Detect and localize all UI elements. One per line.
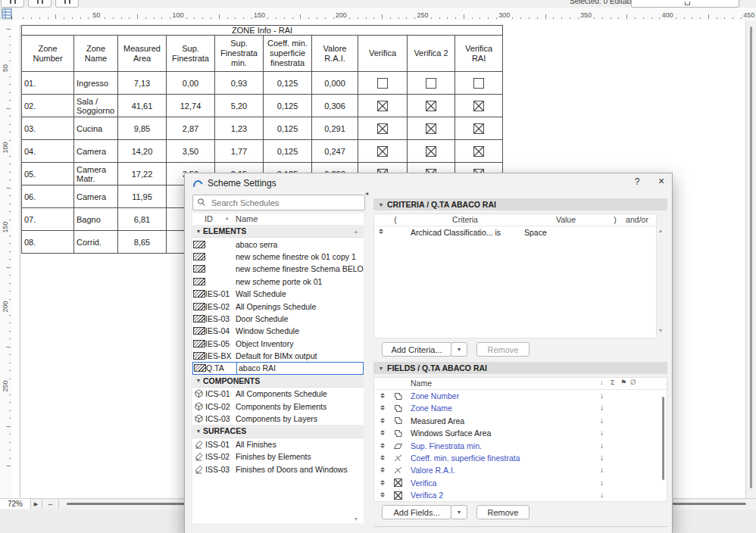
drag-handle-icon[interactable] [380, 492, 385, 497]
field-sort-icon[interactable]: ↓ [600, 429, 604, 437]
ruler-tick [9, 338, 11, 339]
close-icon[interactable]: × [654, 175, 668, 189]
field-sort-icon[interactable]: ↓ [600, 466, 604, 474]
add-fields-dropdown[interactable]: ▾ [451, 505, 467, 519]
add-criteria-dropdown[interactable]: ▾ [451, 342, 467, 357]
add-criteria-button[interactable]: Add Criteria... [382, 342, 451, 357]
schedule-list-item[interactable]: IES-04Window Schedule [192, 325, 364, 337]
toolbar-button-3[interactable] [55, 0, 79, 8]
schedule-list-item[interactable]: Q.TAabaco RAI [192, 362, 364, 374]
zone-field-icon [392, 391, 404, 401]
table-column-header: Zone Number [22, 36, 74, 72]
fields-panel-header[interactable]: ▾ FIELDS / Q.TA ABACO RAI [373, 362, 667, 374]
ruler-tick [9, 179, 11, 180]
ruler-tick [55, 14, 56, 19]
field-row[interactable]: Windows Surface Area↓ [374, 427, 667, 439]
schedule-list-item[interactable]: IES-03Door Schedule [192, 313, 364, 325]
fields-panel-title: FIELDS / Q.TA ABACO RAI [387, 363, 487, 372]
fit-width-button[interactable]: ↔ [42, 499, 59, 509]
field-sort-icon[interactable]: ↓ [600, 404, 604, 412]
pan-right-button[interactable]: ▶ [31, 499, 41, 509]
sort-column-icon[interactable]: ↓ [600, 379, 604, 386]
field-row[interactable]: Verifica↓ [374, 477, 667, 489]
group-header[interactable]: ▾COMPONENTS [192, 375, 364, 388]
remove-fields-button[interactable]: Remove [476, 505, 530, 519]
field-row[interactable]: Verifica 2↓ [374, 489, 667, 501]
schedule-list-item[interactable]: IES-01Wall Schedule [192, 288, 364, 300]
schedule-list-item[interactable]: new scheme finestre Schema BELOTTI [192, 263, 364, 275]
zoom-level[interactable]: 72% [0, 499, 31, 509]
fields-scrollbar-thumb[interactable] [662, 397, 664, 480]
schedule-id: ICS-02 [205, 402, 236, 411]
checkbox-checked-icon [377, 123, 388, 134]
schedule-list-item[interactable]: abaco serra [192, 238, 364, 250]
vertical-scrollbar[interactable] [745, 20, 756, 498]
top-dropdown[interactable] [631, 0, 739, 8]
field-sort-icon[interactable]: ↓ [600, 454, 604, 462]
drag-handle-icon[interactable] [380, 480, 385, 485]
schedule-list-item[interactable]: new scheme porte ok 01 [192, 276, 364, 288]
drag-handle-icon[interactable] [379, 229, 383, 234]
drag-handle-icon[interactable] [380, 467, 385, 472]
scheme-settings-dialog: Scheme Settings ? × ◂ ID ▴ Name ▾ELEMENT… [184, 173, 673, 533]
field-sort-icon[interactable]: ↓ [600, 441, 604, 450]
flag-column-icon[interactable]: ⚑ [620, 379, 626, 386]
criteria-panel-header[interactable]: ▾ CRITERIA / Q.TA ABACO RAI [373, 198, 667, 210]
schedule-list-item[interactable]: IES-05Object Inventory [192, 338, 364, 350]
schedule-list-item[interactable]: ISS-02Finishes by Elements [192, 450, 364, 463]
drag-handle-icon[interactable] [380, 418, 385, 423]
table-cell [408, 140, 455, 163]
ruler-tick [154, 17, 155, 19]
schedule-list-item[interactable]: ISS-01All Finishes [192, 438, 364, 450]
schedule-list-item[interactable]: IES-BXDefault for BIMx output [192, 350, 364, 362]
criteria-row[interactable]: Archicad Classificatio... isSpace [374, 226, 656, 238]
remove-criteria-button[interactable]: Remove [476, 342, 530, 357]
list-scroll-up-icon[interactable]: ▴ [355, 228, 358, 235]
drag-handle-icon[interactable] [380, 430, 385, 435]
group-header[interactable]: ▾SURFACES [192, 425, 364, 438]
col-andor: and/or [626, 215, 648, 224]
schedule-list-item[interactable]: new scheme finestre ok 01 copy 1 [192, 251, 364, 263]
toolbar-button-2[interactable] [28, 0, 52, 8]
drag-handle-icon[interactable] [380, 455, 385, 460]
field-sort-icon[interactable]: ↓ [600, 416, 604, 425]
ruler-tick [137, 14, 138, 19]
criteria-scroll-down-icon[interactable]: ▾ [659, 327, 662, 334]
table-cell: 03. [22, 117, 74, 140]
drag-handle-icon[interactable] [380, 393, 385, 398]
drag-handle-icon[interactable] [380, 443, 385, 448]
field-sort-icon[interactable]: ↓ [600, 478, 604, 487]
toolbar-button-1[interactable] [1, 0, 24, 8]
schedule-id: IES-04 [205, 326, 236, 335]
hide-column-icon[interactable]: ∅ [630, 379, 636, 386]
criteria-value[interactable]: Space [524, 228, 547, 237]
drag-handle-icon[interactable] [380, 405, 385, 410]
list-scroll-down-icon[interactable]: ▾ [355, 516, 358, 522]
schedule-list-item[interactable]: ICS-02Components by Elements [192, 400, 364, 412]
list-header-name[interactable]: Name [236, 214, 258, 223]
vertical-scrollbar-thumb[interactable] [750, 26, 752, 488]
field-row[interactable]: Coeff. min. superficie finestrata↓ [374, 452, 667, 464]
add-fields-button[interactable]: Add Fields... [382, 505, 451, 519]
schedule-list-item[interactable]: ICS-01All Components Schedule [192, 388, 364, 400]
schedule-list-item[interactable]: ICS-03Components by Layers [192, 413, 364, 425]
field-row[interactable]: Zone Name↓ [374, 402, 667, 414]
field-sort-icon[interactable]: ↓ [600, 491, 604, 499]
search-input[interactable] [210, 196, 361, 209]
schedule-list-header[interactable]: ID ▴ Name [192, 214, 364, 226]
list-header-id[interactable]: ID [205, 214, 213, 223]
help-button[interactable]: ? [631, 176, 643, 189]
schedule-list-item[interactable]: IES-02All Openings Schedule [192, 300, 364, 312]
criteria-scroll-up-icon[interactable]: ▴ [659, 227, 662, 234]
criteria-columns-header: ( Criteria Value ) and/or [374, 214, 656, 226]
group-header[interactable]: ▾ELEMENTS [192, 225, 364, 238]
field-row[interactable]: Valore R.A.I.↓ [374, 464, 667, 476]
panel-collapse-icon[interactable]: ◂ [365, 190, 368, 197]
field-row[interactable]: Zone Number↓ [374, 390, 667, 402]
field-row[interactable]: Sup. Finestrata min.↓ [374, 440, 667, 452]
sum-column-icon[interactable]: Σ [611, 379, 615, 386]
field-sort-icon[interactable]: ↓ [600, 391, 604, 400]
field-row[interactable]: Measured Area↓ [374, 415, 667, 427]
schedule-list-item[interactable]: ISS-03Finishes of Doors and Windows [192, 463, 364, 475]
dialog-titlebar[interactable]: Scheme Settings ? × [185, 173, 672, 192]
